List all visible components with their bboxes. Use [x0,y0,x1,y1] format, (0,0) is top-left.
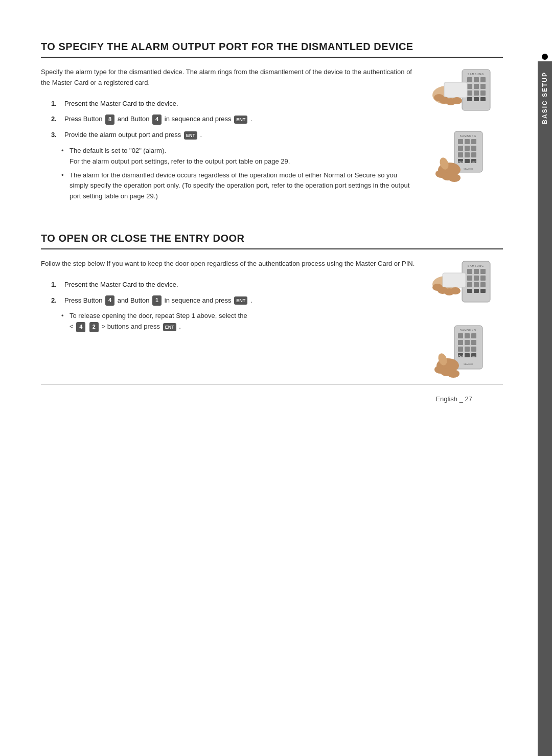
step-number: 2. [51,295,62,306]
button-badge-2: 2 [89,322,99,332]
svg-rect-28 [458,152,463,157]
footer-text: English _ 27 [435,395,472,403]
page-footer: English _ 27 [41,384,503,413]
svg-rect-75 [465,353,470,357]
svg-rect-71 [465,347,470,352]
svg-rect-33 [465,159,470,163]
svg-rect-15 [444,82,467,98]
svg-rect-5 [467,84,472,89]
svg-rect-72 [471,347,476,352]
svg-rect-44 [467,269,472,274]
step-number: 1. [51,280,62,290]
button-badge-4: 4 [76,322,85,332]
svg-rect-67 [458,340,463,345]
svg-rect-68 [465,340,470,345]
svg-rect-26 [465,146,470,151]
section1-intro: Specify the alarm type for the dismantle… [41,67,416,88]
device-image-1: SAMSUNG [431,67,498,121]
section2-title: TO OPEN OR CLOSE THE ENTRY DOOR [41,233,503,249]
device-image-2: SAMSUNG Del [431,129,498,188]
button-badge-ent: ENT [234,116,247,124]
svg-rect-54 [474,289,479,293]
step-2-1: 1. Present the Master Card to the device… [51,280,416,290]
svg-rect-7 [480,84,486,89]
svg-text:SAMSUNG: SAMSUNG [468,73,484,76]
svg-rect-42 [462,261,490,302]
side-tab-inner: BASIC SETUP [538,61,552,756]
bullet-2-1: To release opening the door, repeat Step… [61,311,416,332]
svg-rect-10 [480,90,486,96]
svg-rect-57 [443,273,466,287]
svg-rect-11 [467,97,472,101]
svg-rect-65 [465,333,470,338]
svg-point-82 [447,370,459,378]
button-badge-8: 8 [105,114,114,125]
svg-rect-3 [474,77,479,82]
svg-rect-64 [458,333,463,338]
svg-rect-46 [480,269,486,274]
svg-text:SAMSUNG: SAMSUNG [460,329,476,332]
svg-rect-53 [467,289,472,293]
section2-intro: Follow the step below If you want to kee… [41,259,416,269]
svg-rect-8 [467,90,472,96]
svg-rect-2 [467,77,472,82]
svg-rect-48 [474,276,479,281]
step-number: 3. [51,130,62,141]
svg-text:ENT: ENT [472,355,476,358]
step-number: 1. [51,99,62,109]
svg-text:SAA-0000: SAA-0000 [464,363,473,365]
section-alarm-output: TO SPECIFY THE ALARM OUTPUT PORT FOR THE… [41,41,503,207]
button-badge-ent: ENT [184,131,197,140]
svg-rect-49 [480,276,486,281]
svg-rect-24 [471,139,476,144]
bullet-1-2: The alarm for the dismantled device occu… [61,170,416,202]
side-tab-dot [542,54,548,60]
step-1-3-text: Provide the alarm output port and press … [64,130,202,141]
section2-images: SAMSUNG [426,259,503,384]
svg-point-61 [450,287,461,294]
step-2-1-text: Present the Master Card to the device. [64,280,178,290]
svg-text:Del: Del [458,161,463,164]
svg-rect-25 [458,146,463,151]
svg-rect-4 [480,77,486,82]
button-badge-ent: ENT [163,323,176,331]
svg-rect-69 [471,340,476,345]
section2-bullets: To release opening the door, repeat Step… [61,311,416,332]
section2-steps: 1. Present the Master Card to the device… [51,280,416,306]
svg-text:SAMSUNG: SAMSUNG [460,134,476,138]
svg-text:Del: Del [458,355,463,358]
svg-rect-12 [474,97,479,101]
step-1-2-text: Press Button 8 and Button 4 in sequence … [64,114,252,125]
step-1-2: 2. Press Button 8 and Button 4 in sequen… [51,114,416,125]
svg-rect-29 [465,152,470,157]
svg-text:ENT: ENT [472,161,476,164]
button-badge-1: 1 [152,295,162,306]
section1-title: TO SPECIFY THE ALARM OUTPUT PORT FOR THE… [41,41,503,58]
svg-rect-70 [458,347,463,352]
section-entry-door: TO OPEN OR CLOSE THE ENTRY DOOR Follow t… [41,233,503,384]
svg-rect-66 [471,333,476,338]
step-1-1: 1. Present the Master Card to the device… [51,99,416,109]
svg-rect-50 [467,282,472,287]
button-badge-4: 4 [152,114,162,125]
svg-rect-52 [480,282,486,287]
section1-images: SAMSUNG [426,67,503,207]
svg-point-40 [448,174,461,182]
svg-rect-22 [458,139,463,144]
step-2-2: 2. Press Button 4 and Button 1 in sequen… [51,295,416,306]
svg-rect-55 [480,289,486,293]
svg-rect-47 [467,276,472,281]
step-2-2-text: Press Button 4 and Button 1 in sequence … [64,295,252,306]
svg-rect-30 [471,152,476,157]
device-image-3: SAMSUNG [431,259,498,315]
side-tab: BASIC SETUP [534,0,552,756]
svg-text:SAMSUNG: SAMSUNG [468,264,484,267]
svg-rect-51 [474,282,479,287]
step-1-1-text: Present the Master Card to the device. [64,99,178,109]
side-tab-label: BASIC SETUP [541,72,548,124]
bullet-1-1: The default is set to "02" (alarm). For … [61,146,416,167]
svg-rect-23 [465,139,470,144]
svg-text:SAA-0000: SAA-0000 [464,168,473,170]
section1-bullets: The default is set to "02" (alarm). For … [61,146,416,202]
svg-rect-27 [471,146,476,151]
